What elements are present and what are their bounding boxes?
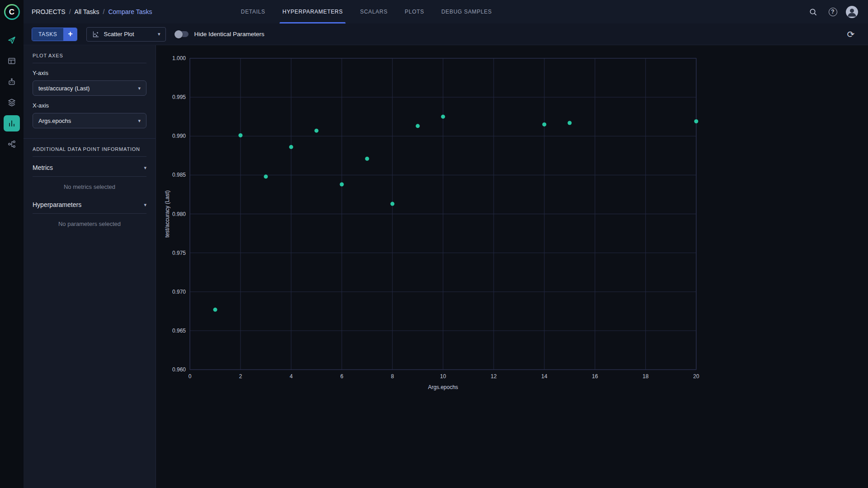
clearml-logo[interactable]: C — [4, 4, 20, 20]
tab-hyperparameters[interactable]: HYPERPARAMETERS — [283, 0, 343, 23]
plot-settings-panel: PLOT AXES Y-axis test/accuracy (Last) ▾ … — [24, 45, 156, 488]
x-tick-label: 6 — [340, 373, 344, 380]
metrics-empty-note: No metrics selected — [33, 177, 146, 194]
auto-refresh-icon[interactable]: ⟳ — [844, 27, 858, 42]
projects-icon[interactable] — [4, 53, 20, 69]
x-tick-label: 16 — [592, 373, 598, 380]
data-point[interactable] — [391, 202, 395, 206]
plot-type-select[interactable]: Scatter Plot ▾ — [86, 27, 166, 42]
x-axis-value: Args.epochs — [38, 117, 71, 124]
header-actions: ? — [806, 5, 858, 19]
breadcrumb-compare-tasks[interactable]: Compare Tasks — [108, 8, 152, 15]
y-axis-value: test/accuracy (Last) — [38, 85, 90, 92]
metrics-section-toggle[interactable]: Metrics ▾ — [33, 157, 146, 177]
left-nav-rail: C — [0, 0, 24, 488]
tab-details[interactable]: DETAILS — [241, 0, 265, 23]
experiments-compare-icon[interactable] — [4, 115, 20, 131]
chevron-down-icon: ▾ — [138, 86, 141, 91]
breadcrumb-separator: / — [69, 8, 71, 15]
metrics-label: Metrics — [33, 164, 53, 171]
search-icon[interactable] — [806, 5, 820, 19]
help-icon[interactable]: ? — [826, 5, 840, 19]
y-axis-select[interactable]: test/accuracy (Last) ▾ — [33, 80, 146, 96]
data-point[interactable] — [416, 124, 420, 128]
pipelines-icon[interactable] — [4, 136, 20, 152]
y-tick-label: 0.975 — [172, 250, 186, 256]
hide-identical-label: Hide Identical Parameters — [194, 31, 264, 38]
content: PLOT AXES Y-axis test/accuracy (Last) ▾ … — [24, 45, 868, 488]
x-tick-label: 0 — [189, 373, 192, 380]
data-point[interactable] — [441, 115, 445, 119]
x-axis-label: X-axis — [33, 102, 146, 109]
data-point[interactable] — [340, 183, 344, 187]
y-tick-label: 1.000 — [172, 55, 186, 61]
breadcrumb-separator: / — [103, 8, 105, 15]
x-tick-label: 10 — [440, 373, 446, 380]
x-axis-select[interactable]: Args.epochs ▾ — [33, 113, 146, 128]
x-tick-label: 8 — [391, 373, 394, 380]
add-task-button[interactable]: + — [63, 28, 77, 41]
hyperparameters-empty-note: No parameters selected — [33, 214, 146, 231]
tab-plots[interactable]: PLOTS — [405, 0, 424, 23]
breadcrumb: PROJECTS / All Tasks / Compare Tasks — [32, 8, 152, 15]
x-tick-label: 18 — [642, 373, 649, 380]
plot-area: 024681012141618200.9600.9650.9700.9750.9… — [156, 45, 868, 488]
tasks-button[interactable]: TASKS + — [32, 28, 77, 41]
x-tick-label: 14 — [541, 373, 547, 380]
tab-debug-samples[interactable]: DEBUG SAMPLES — [441, 0, 492, 23]
chevron-down-icon: ▾ — [144, 202, 146, 207]
data-point[interactable] — [213, 308, 217, 312]
getting-started-icon[interactable] — [4, 32, 20, 48]
scatter-plot-icon — [92, 31, 99, 38]
question-mark-icon: ? — [829, 8, 837, 16]
y-tick-label: 0.980 — [172, 211, 186, 217]
chevron-down-icon: ▾ — [144, 165, 146, 170]
main-column: PROJECTS / All Tasks / Compare Tasks DET… — [24, 0, 868, 488]
header: PROJECTS / All Tasks / Compare Tasks DET… — [24, 0, 868, 23]
y-tick-label: 0.960 — [172, 366, 186, 373]
toggle-knob — [175, 30, 183, 38]
plot-type-value: Scatter Plot — [104, 31, 134, 38]
breadcrumb-projects[interactable]: PROJECTS — [32, 8, 66, 15]
data-point[interactable] — [694, 119, 698, 123]
user-avatar[interactable] — [846, 6, 858, 18]
data-point[interactable] — [568, 121, 572, 125]
additional-info-heading: ADDITIONAL DATA POINT INFORMATION — [33, 139, 146, 157]
models-icon[interactable] — [4, 74, 20, 90]
data-point[interactable] — [264, 174, 268, 178]
x-tick-label: 4 — [290, 373, 293, 380]
data-point[interactable] — [239, 133, 243, 137]
data-point[interactable] — [315, 129, 319, 133]
breadcrumb-all-tasks[interactable]: All Tasks — [75, 8, 99, 15]
hide-identical-wrap: Hide Identical Parameters — [175, 31, 264, 38]
y-tick-label: 0.985 — [172, 172, 186, 178]
x-tick-label: 12 — [491, 373, 497, 380]
header-tabs: DETAILS HYPERPARAMETERS SCALARS PLOTS DE… — [241, 0, 492, 23]
x-tick-label: 20 — [693, 373, 699, 380]
y-tick-label: 0.995 — [172, 94, 186, 100]
tasks-button-label: TASKS — [32, 28, 63, 41]
app-root: C PROJECTS / All Tasks / Com — [0, 0, 868, 488]
y-tick-label: 0.970 — [172, 289, 186, 295]
data-point[interactable] — [365, 157, 369, 161]
data-point[interactable] — [289, 145, 293, 149]
hyperparameters-label: Hyperparameters — [33, 201, 81, 208]
data-point[interactable] — [542, 122, 547, 127]
y-axis-label: Y-axis — [33, 70, 146, 76]
scatter-chart: 024681012141618200.9600.9650.9700.9750.9… — [156, 45, 868, 488]
y-tick-label: 0.965 — [172, 328, 186, 334]
tab-scalars[interactable]: SCALARS — [360, 0, 387, 23]
compare-toolbar: TASKS + Scatter Plot ▾ Hide Identical Pa… — [24, 23, 868, 45]
plot-axes-heading: PLOT AXES — [33, 45, 146, 63]
logo-letter: C — [5, 5, 19, 19]
hyperparameters-section-toggle[interactable]: Hyperparameters ▾ — [33, 194, 146, 214]
hide-identical-toggle[interactable] — [175, 31, 189, 37]
y-tick-label: 0.990 — [172, 133, 186, 139]
y-axis-title: test/accuracy (Last) — [164, 190, 170, 238]
chevron-down-icon: ▾ — [158, 32, 160, 37]
chevron-down-icon: ▾ — [138, 118, 141, 123]
datasets-icon[interactable] — [4, 94, 20, 111]
x-tick-label: 2 — [239, 373, 242, 380]
x-axis-title: Args.epochs — [428, 384, 458, 390]
